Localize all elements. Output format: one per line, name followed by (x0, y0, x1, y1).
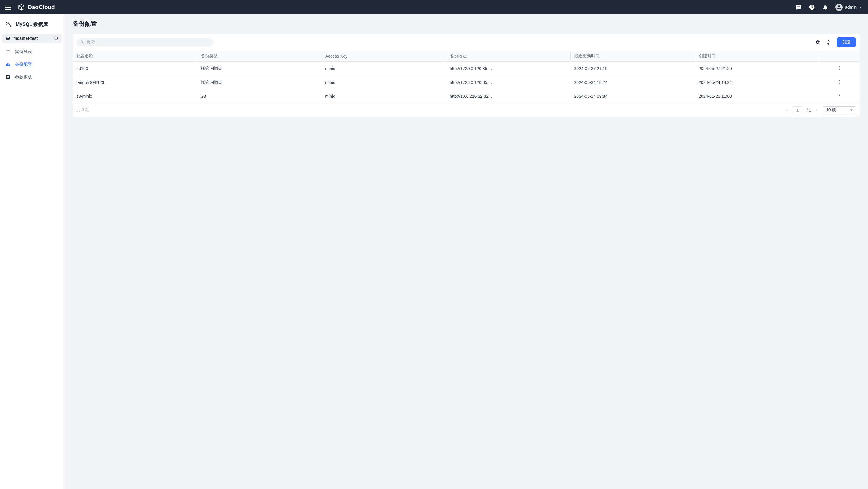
svg-point-8 (839, 80, 840, 81)
toolbar-right: 创建 (815, 37, 856, 47)
cell-created: 2024-05-24 18:24 (695, 76, 819, 89)
table-header-row: 配置名称 备份类型 Access Key 备份地址 最近更新时间 创建时间 (73, 51, 860, 62)
logo-icon (18, 3, 25, 11)
more-vertical-icon (837, 93, 842, 98)
sidebar-item-instances[interactable]: 实例列表 (2, 46, 62, 58)
logo[interactable]: DaoCloud (18, 3, 55, 11)
sidebar-header: MySQL 数据库 (2, 18, 62, 33)
sidebar: MySQL 数据库 mcamel-test 实例列表 备份配置 (0, 14, 64, 489)
row-more-button[interactable] (837, 65, 842, 70)
page-total: / 1 (806, 108, 811, 113)
cell-type: 托管 MinIO (197, 62, 322, 76)
template-icon (5, 75, 11, 80)
chat-button[interactable] (796, 4, 802, 10)
main-content: 备份配置 创建 (64, 14, 868, 489)
header-right: admin (796, 4, 863, 11)
chevron-down-icon (859, 5, 863, 9)
sidebar-item-param-template[interactable]: 参数模板 (2, 71, 62, 84)
col-header-accesskey: Access Key (321, 51, 446, 62)
cell-name: fangbin998123 (73, 76, 197, 89)
notifications-button[interactable] (822, 4, 828, 10)
user-menu[interactable]: admin (835, 4, 863, 11)
namespace-icon (5, 36, 10, 41)
row-more-button[interactable] (837, 79, 842, 84)
help-button[interactable] (809, 4, 815, 10)
svg-point-5 (839, 66, 840, 67)
col-header-address: 备份地址 (446, 51, 570, 62)
search-input[interactable] (76, 38, 213, 47)
table-row: s3-minio S3 minio http://10.6.216.22:32.… (73, 89, 860, 103)
refresh-icon (54, 36, 59, 41)
cell-updated: 2024-05-14 09:34 (570, 89, 695, 103)
cell-actions (819, 62, 860, 76)
namespace-left: mcamel-test (5, 36, 38, 41)
sidebar-title: MySQL 数据库 (16, 22, 48, 28)
namespace-text: mcamel-test (13, 36, 38, 41)
cell-actions (819, 76, 860, 89)
cell-accesskey: minio (321, 76, 446, 89)
sidebar-item-backup-config[interactable]: 备份配置 (2, 58, 62, 71)
svg-point-10 (839, 83, 840, 83)
avatar-icon (835, 4, 843, 11)
cell-accesskey: minio (321, 89, 446, 103)
col-header-created: 创建时间 (695, 51, 819, 62)
refresh-button[interactable] (826, 39, 831, 45)
table-row: fangbin998123 托管 MinIO minio http://172.… (73, 76, 860, 89)
svg-rect-3 (7, 77, 9, 77)
logo-text: DaoCloud (28, 4, 55, 10)
cell-actions (819, 89, 860, 103)
list-icon (5, 49, 11, 55)
svg-point-7 (839, 69, 840, 69)
chat-icon (796, 4, 802, 10)
create-button[interactable]: 创建 (837, 37, 856, 47)
col-header-updated: 最近更新时间 (570, 51, 695, 62)
cell-name: s3-minio (73, 89, 197, 103)
bell-icon (822, 4, 828, 10)
backup-icon (5, 62, 11, 67)
gear-icon (815, 39, 820, 45)
cell-type: S3 (197, 89, 322, 103)
svg-point-13 (839, 96, 840, 97)
col-header-name: 配置名称 (73, 51, 197, 62)
more-vertical-icon (837, 65, 842, 70)
sidebar-item-label: 实例列表 (15, 49, 32, 55)
hamburger-menu-button[interactable] (5, 5, 11, 10)
toolbar: 创建 (73, 34, 860, 51)
cell-address: http://10.6.216.22:32... (446, 89, 570, 103)
page-input[interactable] (792, 106, 803, 114)
namespace-refresh-button[interactable] (54, 36, 59, 41)
page-title: 备份配置 (73, 20, 860, 28)
pagination-total: 共 3 项 (76, 108, 90, 113)
refresh-icon (826, 39, 831, 45)
cell-created: 2024-05-27 21:20 (695, 62, 819, 76)
sidebar-item-label: 参数模板 (15, 75, 32, 80)
mysql-icon (5, 21, 12, 28)
pagination-right: / 1 10 项 (784, 106, 856, 114)
prev-page-button[interactable] (784, 108, 788, 112)
col-header-actions (819, 51, 860, 62)
cell-type: 托管 MinIO (197, 76, 322, 89)
header-left: DaoCloud (5, 3, 55, 11)
settings-button[interactable] (815, 39, 820, 45)
col-header-type: 备份类型 (197, 51, 322, 62)
cell-updated: 2024-05-24 18:24 (570, 76, 695, 89)
next-page-button[interactable] (815, 108, 819, 112)
cell-name: dd123 (73, 62, 197, 76)
help-icon (809, 4, 815, 10)
namespace-selector[interactable]: mcamel-test (2, 33, 62, 43)
cell-created: 2024-01-26 11:00 (695, 89, 819, 103)
page-size-label: 10 项 (826, 108, 836, 113)
chevron-left-icon (784, 108, 788, 112)
svg-point-6 (839, 67, 840, 68)
search-wrapper (76, 38, 213, 47)
page-size-select[interactable]: 10 项 (823, 106, 856, 114)
svg-rect-2 (7, 76, 9, 77)
table-row: dd123 托管 MinIO minio http://172.30.120.8… (73, 62, 860, 76)
svg-rect-4 (7, 78, 8, 78)
cell-updated: 2024-05-27 21:19 (570, 62, 695, 76)
row-more-button[interactable] (837, 93, 842, 98)
top-header: DaoCloud admin (0, 0, 868, 14)
cell-address: http://172.30.120.85:... (446, 62, 570, 76)
cell-address: http://172.30.120.85:... (446, 76, 570, 89)
search-icon (80, 40, 85, 45)
